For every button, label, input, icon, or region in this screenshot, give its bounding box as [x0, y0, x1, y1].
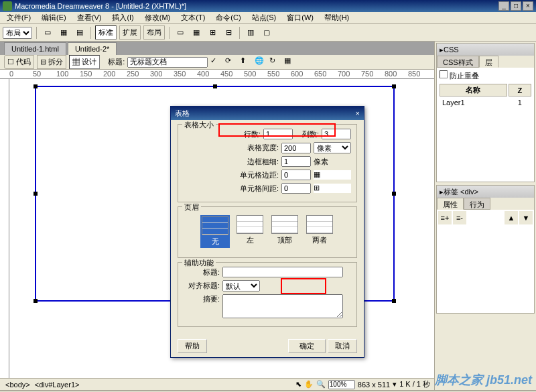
caption-label: 标题: [184, 267, 220, 277]
summary-textarea[interactable] [222, 294, 343, 318]
preview-icon[interactable]: 🌐 [255, 56, 267, 68]
cellpadding-input[interactable] [281, 170, 311, 180]
css-panel-header[interactable]: ▸ CSS [437, 44, 534, 56]
validate-icon[interactable]: ✓ [210, 56, 222, 68]
watermark: 脚本之家 jb51.net [435, 372, 532, 388]
col-name: 名称 [440, 84, 507, 96]
window-title: Macromedia Dreamweaver 8 - [Untitled-2 (… [15, 2, 498, 10]
behavior-add-icon[interactable]: ≡+ [438, 211, 452, 224]
file-mgmt-icon[interactable]: ⬆ [240, 56, 252, 68]
menu-item[interactable]: 命令(C) [212, 11, 245, 24]
menu-item[interactable]: 查看(V) [73, 11, 106, 24]
cellspacing-label: 单元格间距: [240, 184, 279, 194]
document-toolbar: ☐ 代码 ⊟ 拆分 ▦ 设计 标题: ✓ ⟳ ⬆ 🌐 ↻ ▦ [0, 55, 434, 70]
attributes-tab[interactable]: 属性 [437, 198, 464, 210]
tag-body[interactable]: <body> [4, 381, 31, 389]
table-dialog: 表格 × 表格大小 行数: 列数: 表格宽度: 像素 边框粗细: 像素 单元 [170, 106, 364, 358]
behavior-up-icon[interactable]: ▲ [505, 211, 518, 224]
header-none-option[interactable]: 无 [200, 215, 230, 248]
tab-untitled-1[interactable]: Untitled-1.html [4, 42, 66, 55]
doc-maximize-button[interactable]: □ [511, 1, 521, 11]
code-view-button[interactable]: 代码 [16, 58, 31, 66]
layout-icon-2[interactable]: ▦ [57, 26, 70, 40]
tag-panel-header[interactable]: ▸ 标签 <div> [437, 186, 534, 198]
behaviors-tab[interactable]: 行为 [464, 198, 490, 210]
panel-group: ▸ CSS CSS样式 层 防止重叠 名称Z Layer11 ▸ 标签 <div… [434, 42, 536, 390]
design-view-button[interactable]: 设计 [82, 58, 96, 66]
behavior-down-icon[interactable]: ▼ [519, 211, 533, 224]
menu-item[interactable]: 文件(F) [3, 11, 35, 24]
hand-tool-icon[interactable]: ✋ [304, 380, 314, 389]
zoom-tool-icon[interactable]: 🔍 [316, 380, 326, 389]
menu-item[interactable]: 插入(I) [108, 11, 137, 24]
caption-input[interactable] [222, 267, 343, 277]
doc-close-button[interactable]: × [523, 1, 533, 11]
layout-mode-button[interactable]: 布局 [143, 25, 165, 40]
accessibility-legend: 辅助功能 [182, 258, 216, 268]
menubar: 文件(F)编辑(E)查看(V)插入(I)修改(M)文本(T)命令(C)站点(S)… [0, 12, 536, 24]
annotation-box-ok [281, 278, 326, 294]
dialog-titlebar[interactable]: 表格 × [171, 107, 364, 120]
menu-item[interactable]: 窗口(W) [283, 11, 318, 24]
app-icon [3, 1, 12, 11]
tag-div-layer1[interactable]: <div#Layer1> [34, 381, 81, 389]
layers-tab[interactable]: 层 [479, 56, 498, 68]
dialog-title: 表格 [175, 109, 190, 119]
doc-minimize-button[interactable]: _ [498, 1, 509, 11]
toolbar-icon[interactable]: ⊞ [206, 26, 219, 40]
refresh-icon[interactable]: ↻ [269, 56, 281, 68]
header-top-option[interactable]: 顶部 [270, 215, 299, 248]
border-unit: 像素 [314, 157, 351, 167]
menu-item[interactable]: 编辑(E) [38, 11, 70, 24]
document-title-input[interactable] [127, 57, 208, 68]
col-z: Z [509, 84, 531, 96]
menu-item[interactable]: 修改(M) [141, 11, 175, 24]
align-caption-select[interactable]: 默认 [222, 280, 260, 291]
menu-item[interactable]: 文本(T) [177, 11, 209, 24]
tab-untitled-2[interactable]: Untitled-2* [68, 42, 117, 55]
cellspacing-input[interactable] [281, 183, 311, 194]
width-input[interactable] [281, 143, 311, 153]
dialog-close-icon[interactable]: × [356, 109, 360, 117]
header-group: 页眉 无 左 顶部 两者 [178, 206, 357, 258]
window-size[interactable]: 863 x 511 [358, 381, 390, 389]
tag-panel: ▸ 标签 <div> 属性 行为 ≡+ ≡- ▲ ▼ [436, 185, 535, 314]
toolbar-icon[interactable]: ▦ [190, 26, 203, 40]
help-button[interactable]: 帮助 [178, 339, 207, 353]
header-left-option[interactable]: 左 [235, 215, 265, 248]
menu-item[interactable]: 站点(S) [248, 11, 281, 24]
layout-icon-1[interactable]: ▭ [41, 26, 54, 40]
insert-category-select[interactable]: 布局 [3, 27, 32, 39]
annotation-box-rows-cols [218, 123, 336, 137]
css-styles-tab[interactable]: CSS样式 [437, 56, 479, 68]
size-legend: 表格大小 [182, 120, 216, 130]
tag-selector-bar: <body> <div#Layer1> ⬉ ✋ 🔍 863 x 511▾ 1 K… [0, 378, 434, 390]
toolbar-icon[interactable]: ▥ [244, 26, 257, 40]
menu-item[interactable]: 帮助(H) [320, 11, 353, 24]
view-options-icon[interactable]: ▦ [284, 56, 296, 68]
zoom-input[interactable] [328, 380, 355, 389]
expanded-mode-button[interactable]: 扩展 [119, 25, 141, 40]
vertical-ruler [0, 79, 9, 378]
horizontal-ruler: 0501001502002503003504004505005506006507… [0, 70, 434, 79]
split-view-button[interactable]: 拆分 [48, 58, 63, 66]
browser-check-icon[interactable]: ⟳ [225, 56, 237, 68]
toolbar-icon[interactable]: ▭ [174, 26, 187, 40]
select-tool-icon[interactable]: ⬉ [295, 380, 302, 389]
accessibility-group: 辅助功能 标题: 对齐标题: 默认 摘要: [178, 262, 357, 327]
header-both-option[interactable]: 两者 [305, 215, 334, 248]
toolbar-icon[interactable]: ▢ [260, 26, 273, 40]
behavior-remove-icon[interactable]: ≡- [453, 211, 466, 224]
ok-button[interactable]: 确定 [288, 339, 326, 353]
prevent-overlap-checkbox[interactable] [440, 70, 448, 78]
width-unit-select[interactable]: 像素 [314, 142, 351, 153]
window-titlebar: Macromedia Dreamweaver 8 - [Untitled-2 (… [0, 0, 536, 12]
summary-label: 摘要: [184, 294, 220, 304]
layout-icon-3[interactable]: ▤ [73, 26, 86, 40]
toolbar-icon[interactable]: ⊟ [222, 26, 235, 40]
border-input[interactable] [281, 156, 311, 167]
cancel-button[interactable]: 取消 [328, 339, 357, 353]
table-row[interactable]: Layer11 [440, 98, 531, 107]
standard-mode-button[interactable]: 标准 [95, 25, 117, 40]
border-label: 边框粗细: [247, 157, 279, 167]
